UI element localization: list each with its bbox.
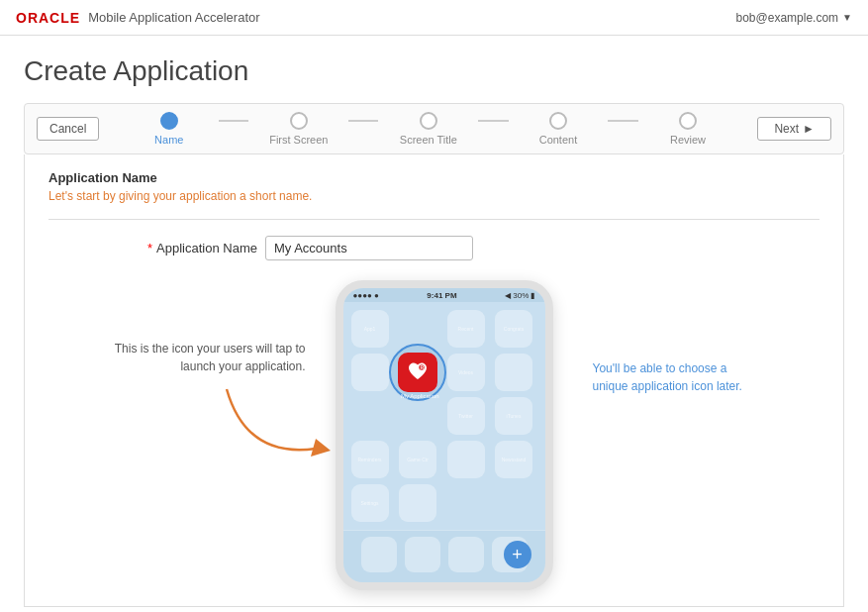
user-menu-caret-icon: ▼ [842,12,852,23]
next-button-label: Next [774,122,799,136]
header-left: ORACLE Mobile Application Accelerator [16,10,260,26]
section-title: Application Name [48,170,820,185]
next-button-arrow-icon: ► [803,122,815,136]
grid-icon-12: Game Ctr [399,441,436,478]
phone-signal-icon: ●●●● ● [353,291,379,300]
wizard-bar: Cancel Name First Screen Screen Title [24,103,844,154]
grid-icon-14: Newsstand [495,441,532,478]
right-callout: You'll be able to choose a unique applic… [593,359,761,395]
user-email: bob@example.com [736,11,839,25]
step-screen-title-label: Screen Title [400,134,457,146]
dock-icon-1 [361,537,397,572]
phone-mockup: ●●●● ● 9:41 PM ◀ 30% ▮ App1 Recent Congr… [336,280,563,590]
header: ORACLE Mobile Application Accelerator bo… [0,0,868,36]
step-first-screen-label: First Screen [269,134,328,146]
phone-time: 9:41 PM [427,291,456,300]
dock-icon-3 [448,537,484,572]
grid-icon-10: iTunes [495,397,532,435]
section-subtitle: Let's start by giving your application a… [48,189,820,203]
grid-icon-9: Twitter [447,397,485,435]
step-connector-1 [219,120,248,122]
arrow-icon [217,379,336,468]
user-menu[interactable]: bob@example.com ▼ [736,11,852,25]
grid-icon-8 [495,354,532,391]
app-icon-heart-icon: R [405,359,431,385]
svg-marker-0 [311,439,331,457]
app-icon-container: R [399,354,436,391]
step-content-dot [549,112,567,130]
grid-icon-7: Videos [447,354,485,391]
step-review[interactable]: Review [638,112,738,146]
left-callout: This is the icon your users will tap to … [108,340,306,468]
page-title: Create Application [24,55,844,87]
phone-app-grid: App1 Recent Congrats [343,302,545,530]
grid-icon-16 [399,484,436,522]
phone-frame: ●●●● ● 9:41 PM ◀ 30% ▮ App1 Recent Congr… [336,280,553,590]
required-star: * [147,241,152,255]
step-review-label: Review [670,134,706,146]
app-title-header: Mobile Application Accelerator [88,10,259,25]
svg-text:R: R [421,364,425,370]
grid-icon-2 [399,310,436,348]
step-connector-2 [348,120,378,122]
app-name-label-group: * Application Name [147,241,257,255]
app-name-row: * Application Name [48,236,820,260]
step-name-label: Name [154,134,183,146]
steps-track: Name First Screen Screen Title Content [119,112,737,146]
grid-icon-5 [351,354,389,391]
step-first-screen-dot [290,112,308,130]
step-connector-4 [608,120,637,122]
grid-icon-3: Recent [447,310,485,348]
grid-icon-4: Congrats [495,310,532,348]
step-name-dot [160,112,178,130]
grid-icon-11: Reminders [351,441,389,478]
app-icon-label: My Application [399,393,441,435]
oracle-logo: ORACLE [16,10,80,26]
step-first-screen[interactable]: First Screen [248,112,348,146]
right-callout-text: You'll be able to choose a unique applic… [593,359,761,395]
step-screen-title[interactable]: Screen Title [378,112,478,146]
step-content[interactable]: Content [509,112,609,146]
step-connector-3 [478,120,508,122]
step-name[interactable]: Name [119,112,219,146]
grid-icon-15: Settings [351,484,389,522]
step-review-dot [679,112,697,130]
phone-status-bar: ●●●● ● 9:41 PM ◀ 30% ▮ [343,288,545,302]
phone-fab-button: + [504,541,531,568]
grid-icon-1: App1 [351,310,389,348]
illustration-area: This is the icon your users will tap to … [48,280,820,590]
app-name-label: Application Name [156,241,257,255]
page: Create Application Cancel Name First Scr… [0,36,868,607]
dock-icon-2 [405,537,440,572]
cancel-button[interactable]: Cancel [37,117,99,141]
app-name-input[interactable] [265,236,473,260]
grid-icon-13 [447,441,485,478]
app-icon-red-box: R [398,353,437,392]
step-screen-title-dot [420,112,437,130]
next-button[interactable]: Next ► [757,117,831,141]
form-divider [48,219,820,220]
left-callout-text: This is the icon your users will tap to … [108,340,306,375]
step-content-label: Content [539,134,578,146]
content-area: Application Name Let's start by giving y… [24,154,844,607]
phone-battery-icon: ◀ 30% ▮ [505,291,534,300]
